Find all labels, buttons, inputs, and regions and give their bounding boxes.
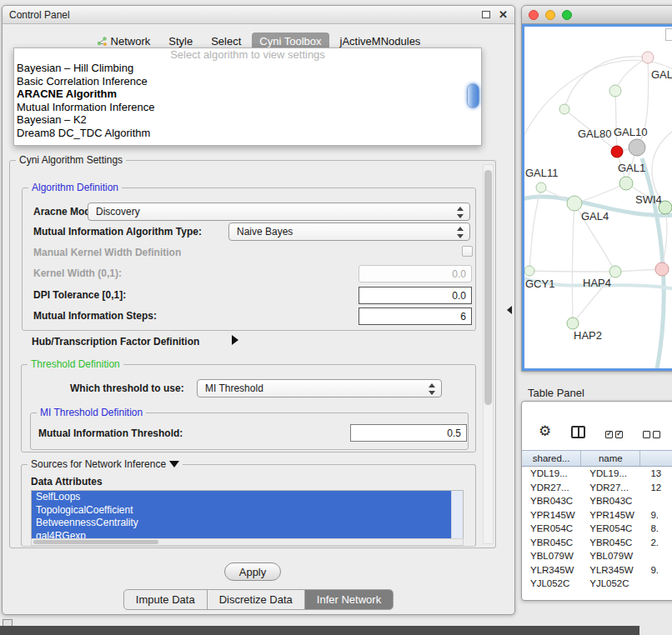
network-node[interactable] <box>559 104 569 114</box>
table-row[interactable]: YJL052C YJL052C <box>522 577 672 591</box>
table-row[interactable]: YDR27... YDR27... 12 <box>522 481 672 495</box>
network-window-titlebar[interactable] <box>522 6 672 24</box>
mi-steps-field[interactable]: 6 <box>359 308 472 325</box>
settings-scrollbar-track[interactable] <box>483 164 494 544</box>
clear-all-checks-icon[interactable] <box>643 431 660 438</box>
network-node[interactable] <box>619 177 633 190</box>
table-row[interactable]: YPR145W YPR145W 9. <box>522 508 672 522</box>
algorithm-option[interactable]: Basic Correlation Inference <box>14 75 481 88</box>
tab-network-label: Network <box>111 35 151 48</box>
desktop: Control Panel ✕ Network Style Select Cyn… <box>0 0 672 635</box>
gear-icon[interactable]: ⚙ <box>539 424 551 438</box>
expand-right-icon[interactable] <box>232 335 238 345</box>
network-canvas[interactable]: GAL GAL80 GAL10 GAL11 GAL1 SWI4 GAL4 GCY… <box>522 24 672 371</box>
algorithm-dropdown-popup: Select algorithm to view settings Bayesi… <box>13 48 482 146</box>
cyni-settings-legend: Cyni Algorithm Settings <box>16 154 126 166</box>
mac-minimize-button[interactable] <box>545 10 555 20</box>
network-node[interactable] <box>629 139 645 156</box>
algorithm-option[interactable]: Mutual Information Inference <box>14 101 481 114</box>
table-row[interactable]: YDL19... YDL19... 13 <box>522 467 672 481</box>
mi-threshold-field[interactable]: 0.5 <box>350 424 467 442</box>
algorithm-option[interactable]: Bayesian – K2 <box>14 113 481 127</box>
algorithm-option-selected[interactable]: ARACNE Algorithm <box>14 88 481 101</box>
table-row[interactable]: YLR345W YLR345W 9. <box>522 563 672 578</box>
node-label[interactable]: GAL11 <box>525 167 559 179</box>
cell: 12 <box>640 481 672 495</box>
network-node-selected-red[interactable] <box>611 146 623 158</box>
column-header-shared-name[interactable]: shared... <box>522 451 581 466</box>
node-label[interactable]: SWI4 <box>635 193 662 206</box>
tab-discretize-data[interactable]: Discretize Data <box>207 590 304 609</box>
network-node[interactable] <box>642 52 654 63</box>
table-row[interactable]: YBL079W YBL079W <box>522 549 672 563</box>
network-node[interactable] <box>609 85 621 97</box>
mi-threshold-label: Mutual Information Threshold: <box>38 428 183 439</box>
network-node[interactable] <box>655 262 669 276</box>
close-icon[interactable]: ✕ <box>499 9 508 20</box>
cell: YER054C <box>522 522 581 536</box>
attribute-item[interactable]: TopologicalCoefficient <box>32 504 451 518</box>
tab-infer-network[interactable]: Infer Network <box>304 590 393 609</box>
node-label[interactable]: GAL80 <box>578 128 611 140</box>
cell: YBL079W <box>581 549 640 563</box>
aracne-mode-combo[interactable]: Discovery <box>88 202 470 221</box>
node-label[interactable]: GAL10 <box>614 126 647 138</box>
sources-legend[interactable]: Sources for Network Inference <box>28 458 183 470</box>
network-node[interactable] <box>609 266 621 278</box>
node-label[interactable]: HAP2 <box>574 329 602 342</box>
table-row[interactable]: YBR045C YBR045C 2. <box>522 536 672 550</box>
node-label[interactable]: GAL1 <box>618 162 645 174</box>
mac-zoom-button[interactable] <box>562 10 572 20</box>
attribute-item[interactable]: BetweennessCentrality <box>32 517 451 530</box>
data-attributes-list[interactable]: SelfLoops TopologicalCoefficient Between… <box>31 490 464 542</box>
table-row[interactable]: YER054C YER054C 8. <box>522 522 672 536</box>
manual-kernel-checkbox[interactable] <box>462 246 473 257</box>
mac-close-button[interactable] <box>529 10 539 20</box>
network-node[interactable] <box>567 318 579 329</box>
attributes-hscrollbar[interactable] <box>31 538 464 546</box>
attribute-item[interactable]: SelfLoops <box>32 491 451 504</box>
network-node[interactable] <box>567 196 582 211</box>
kernel-width-field[interactable]: 0.0 <box>359 265 472 282</box>
cell: YJL052C <box>522 577 581 591</box>
mi-threshold-group: MI Threshold Definition Mutual Informati… <box>30 412 469 450</box>
cell: 9. <box>640 508 672 522</box>
attributes-vscrollbar[interactable] <box>451 491 463 541</box>
network-node[interactable] <box>524 266 534 276</box>
node-label[interactable]: GAL <box>651 68 672 81</box>
collapse-down-icon[interactable] <box>169 461 179 468</box>
table-row[interactable]: YBR043C YBR043C <box>522 494 672 508</box>
mi-type-combo[interactable]: Naive Bayes <box>228 222 470 241</box>
dpi-tolerance-field[interactable]: 0.0 <box>359 287 472 304</box>
column-header-name[interactable]: name <box>581 451 640 466</box>
cell: 13 <box>640 467 672 481</box>
node-label[interactable]: GCY1 <box>525 278 554 290</box>
cell: YBR043C <box>581 494 640 508</box>
tab-jactivemnodules-label: jActiveMNodules <box>340 35 421 48</box>
cell: YBR045C <box>522 536 581 550</box>
hub-section-label[interactable]: Hub/Transcription Factor Definition <box>32 336 199 348</box>
splitter-collapse-icon[interactable] <box>507 306 512 314</box>
table-panel-window: ⚙ shared... name YDL19... YDL19... 13 <box>521 401 672 601</box>
column-header-partial[interactable] <box>640 451 672 466</box>
window-title: Control Panel <box>9 9 70 21</box>
algorithm-option[interactable]: Dream8 DC_TDC Algorithm <box>14 127 481 140</box>
node-label[interactable]: HAP4 <box>583 277 611 289</box>
attributes-hscrollbar-thumb[interactable] <box>33 540 158 544</box>
popup-scrollbar-thumb[interactable] <box>467 83 479 108</box>
settings-scrollbar-thumb[interactable] <box>484 170 492 405</box>
which-threshold-combo[interactable]: MI Threshold <box>197 379 442 398</box>
node-label[interactable]: GAL4 <box>581 210 609 222</box>
cell: YBL079W <box>522 549 581 563</box>
select-all-checks-icon[interactable] <box>605 431 623 438</box>
apply-button[interactable]: Apply <box>224 562 281 581</box>
network-tab-icon <box>97 36 108 47</box>
tab-impute-data[interactable]: Impute Data <box>124 590 207 609</box>
algorithm-option[interactable]: Bayesian – Hill Climbing <box>14 62 481 75</box>
columns-icon[interactable] <box>571 426 585 438</box>
control-panel-titlebar[interactable]: Control Panel ✕ <box>3 6 514 24</box>
network-scrollbar-fragment[interactable] <box>665 28 672 41</box>
float-window-icon[interactable] <box>482 11 490 18</box>
bottom-tab-bar: Impute Data Discretize Data Infer Networ… <box>3 589 514 610</box>
network-node[interactable] <box>536 182 546 192</box>
